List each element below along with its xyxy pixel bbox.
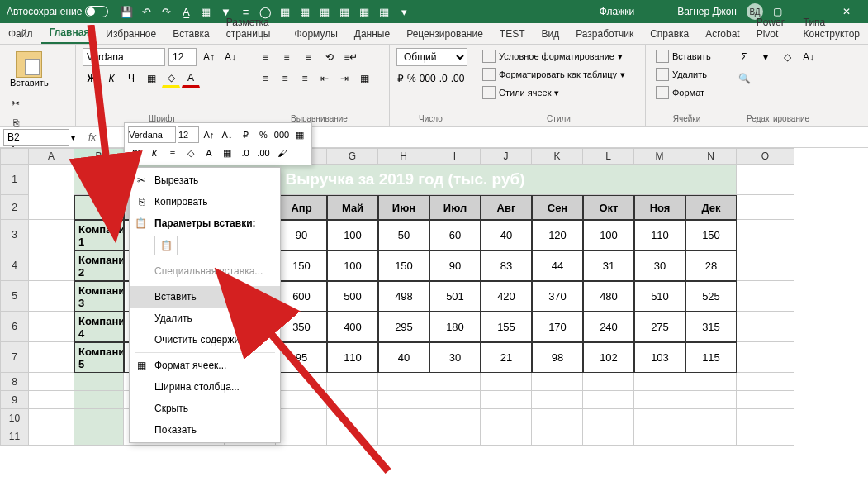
cell[interactable] [29, 391, 74, 409]
context-show[interactable]: Показать [130, 419, 280, 441]
mini-font-name[interactable] [128, 126, 176, 143]
qat-icon[interactable]: ▦ [318, 5, 331, 18]
align-center-icon[interactable]: ≡ [276, 69, 294, 88]
wrap-text-icon[interactable]: ≡↵ [342, 48, 360, 66]
cell[interactable]: 44 [532, 250, 583, 281]
tab-типа конструктор[interactable]: Типа Конструктор [795, 12, 868, 44]
cell[interactable]: 510 [634, 281, 685, 312]
context-delete[interactable]: Удалить [130, 308, 280, 329]
cell[interactable]: 90 [429, 250, 481, 281]
cell[interactable]: 90 [276, 220, 327, 250]
cell[interactable]: 480 [583, 281, 634, 312]
cell[interactable] [737, 250, 794, 281]
tab-главная[interactable]: Главная [41, 22, 98, 44]
row-header[interactable]: 5 [0, 281, 29, 312]
cell[interactable]: Ноя [634, 195, 685, 220]
row-header[interactable]: 4 [0, 250, 29, 281]
cell[interactable] [378, 409, 429, 427]
cell[interactable]: 155 [481, 312, 532, 342]
cell[interactable] [429, 409, 481, 427]
cell[interactable] [429, 391, 481, 409]
format-as-table-button[interactable]: Форматировать как таблицу▾ [479, 66, 638, 83]
cell[interactable] [429, 373, 481, 391]
cell[interactable] [74, 195, 124, 220]
align-top-icon[interactable]: ≡ [256, 48, 274, 66]
column-header[interactable]: J [481, 148, 532, 165]
cell[interactable]: 180 [429, 312, 481, 342]
namebox-dropdown-icon[interactable]: ▾ [71, 133, 75, 142]
cell[interactable] [29, 409, 74, 427]
font-color-icon[interactable]: A [182, 69, 200, 88]
cell[interactable] [276, 373, 327, 391]
mini-merge-icon[interactable]: ▦ [292, 126, 308, 143]
mini-painter-icon[interactable]: 🖌 [273, 145, 290, 161]
cell[interactable]: 275 [634, 312, 685, 342]
font-name-input[interactable] [83, 48, 165, 66]
cell[interactable] [29, 220, 74, 250]
cell[interactable]: 100 [327, 250, 378, 281]
cell[interactable]: 30 [429, 342, 481, 373]
qat-icon[interactable]: ▦ [358, 5, 371, 18]
cell[interactable] [327, 427, 378, 446]
cell[interactable]: 115 [685, 342, 737, 373]
column-header[interactable]: N [685, 148, 737, 165]
cell[interactable] [29, 165, 74, 195]
cell[interactable] [481, 409, 532, 427]
cell[interactable] [685, 391, 737, 409]
cell[interactable] [29, 195, 74, 220]
align-middle-icon[interactable]: ≡ [277, 48, 296, 66]
cell[interactable]: Дек [685, 195, 737, 220]
italic-button[interactable]: К [102, 69, 121, 88]
merge-icon[interactable]: ▦ [355, 69, 373, 88]
cell[interactable]: Апр [276, 195, 327, 220]
cell[interactable]: Компания 5 [74, 342, 124, 373]
conditional-formatting-button[interactable]: Условное форматирование▾ [479, 48, 638, 64]
fx-icon[interactable]: fx [88, 131, 96, 143]
cell[interactable]: 150 [378, 250, 429, 281]
tab-справка[interactable]: Справка [642, 24, 697, 44]
cell[interactable] [29, 342, 74, 373]
cell[interactable]: 50 [378, 220, 429, 250]
cell[interactable] [481, 391, 532, 409]
autosave-toggle[interactable]: Автосохранение [7, 6, 108, 17]
cell[interactable] [737, 342, 794, 373]
redo-icon[interactable]: ↷ [159, 5, 173, 18]
cell[interactable] [737, 281, 794, 312]
tab-power pivot[interactable]: Power Pivot [748, 12, 795, 44]
cell[interactable]: 30 [634, 250, 685, 281]
cell[interactable]: 21 [481, 342, 532, 373]
cut-icon[interactable]: ✂ [7, 94, 25, 112]
indent-inc-icon[interactable]: ⇥ [335, 69, 353, 88]
cell[interactable] [276, 427, 327, 446]
cell[interactable]: Компания 3 [74, 281, 124, 312]
mini-dec-dec-icon[interactable]: .00 [255, 145, 272, 161]
context-clear[interactable]: Очистить содержимое [130, 329, 280, 351]
align-left-icon[interactable]: ≡ [256, 69, 274, 88]
cell[interactable]: 60 [429, 220, 481, 250]
tab-избранное[interactable]: Избранное [97, 24, 164, 44]
paste-button[interactable]: Вставить [7, 48, 52, 91]
mini-font-color-icon[interactable]: A [201, 145, 217, 161]
column-header[interactable]: O [737, 148, 794, 165]
mini-bold-button[interactable]: Ж [128, 145, 145, 161]
clear-icon[interactable]: ◇ [778, 48, 796, 66]
cell[interactable]: 150 [276, 250, 327, 281]
tab-test[interactable]: TEST [491, 24, 534, 44]
cell[interactable]: 295 [378, 312, 429, 342]
column-header[interactable]: A [29, 148, 74, 165]
cell[interactable]: 315 [685, 312, 737, 342]
paste-option-button[interactable]: 📋 [154, 236, 178, 255]
cell[interactable] [532, 373, 583, 391]
tab-разработчик[interactable]: Разработчик [567, 24, 642, 44]
cell[interactable] [532, 427, 583, 446]
mini-border-icon[interactable]: ▦ [219, 145, 235, 161]
cell[interactable] [74, 391, 124, 409]
cell[interactable] [685, 427, 737, 446]
cell[interactable]: 240 [583, 312, 634, 342]
mini-dec-font-icon[interactable]: A↓ [219, 126, 235, 143]
context-column-width[interactable]: Ширина столбца... [130, 376, 280, 398]
mini-fill-icon[interactable]: ◇ [183, 145, 199, 161]
qat-icon[interactable]: ▦ [377, 5, 391, 18]
cell[interactable]: 600 [276, 281, 327, 312]
cell[interactable] [737, 391, 794, 409]
